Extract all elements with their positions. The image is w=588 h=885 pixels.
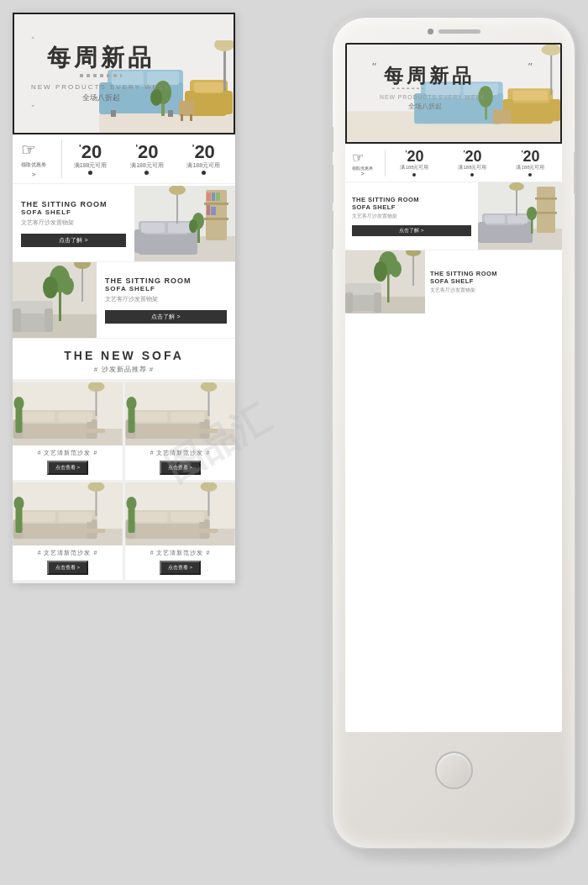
promo-arrow-text: 领取优惠券 — [21, 161, 46, 169]
phone-promo-3[interactable]: '20 满188元可用 — [513, 148, 547, 177]
silent-switch — [332, 127, 333, 152]
grid-btn-3[interactable]: 点击查看 > — [47, 561, 88, 575]
phone-promo-1[interactable]: '20 满188元可用 — [397, 148, 431, 177]
svg-rect-12 — [221, 91, 233, 114]
phone-speaker — [438, 29, 480, 34]
phone-product-btn-1[interactable]: 点击了解 > — [352, 225, 471, 236]
promo-dot-3 — [202, 171, 206, 175]
phone-product-title-1: THE SITTING ROOM — [352, 196, 471, 203]
product-btn-2[interactable]: 点击了解 > — [105, 310, 227, 324]
svg-rect-28 — [212, 192, 215, 201]
phone-num-2: '20 — [458, 149, 486, 164]
phone-hand-icon: ☞ — [352, 150, 373, 166]
svg-rect-139 — [478, 222, 486, 243]
grid-btn-4[interactable]: 点击查看 > — [160, 561, 201, 575]
phone-num-3: '20 — [516, 149, 544, 164]
phone-promo-icon[interactable]: ☞ 领取优惠券 > — [348, 150, 386, 176]
home-button[interactable] — [435, 751, 473, 789]
banner-main-text: 每周新品 — [31, 44, 171, 72]
phone-product-subtitle-2: SOFA SHELF — [430, 277, 557, 285]
promo-desc-2: 满188元可用 — [130, 161, 164, 169]
left-page-mockup: " 每周新品 NEW PRODUCTS EVERY WEEK 全场八折起 " — [13, 13, 235, 583]
phone-product-title-2: THE SITTING ROOM — [430, 270, 557, 277]
svg-rect-30 — [207, 205, 210, 215]
grid-btn-1[interactable]: 点击查看 > — [47, 461, 88, 475]
promo-item-2[interactable]: '20 满188元可用 — [127, 141, 167, 176]
product-title-1: THE SITTING ROOM — [21, 200, 126, 208]
phone-product-subtitle-1: SOFA SHELF — [352, 203, 471, 211]
svg-rect-88 — [59, 512, 92, 522]
svg-rect-61 — [22, 412, 55, 422]
phone-dot-2 — [470, 173, 474, 176]
svg-rect-29 — [216, 192, 220, 201]
phone-promo-2[interactable]: '20 满188元可用 — [455, 148, 489, 177]
product-btn-1[interactable]: 点击了解 > — [21, 234, 126, 247]
promo-item-1[interactable]: '20 满188元可用 — [71, 141, 111, 176]
phone-num-1: '20 — [400, 149, 428, 164]
phone-coupon-label: 领取优惠券 — [352, 166, 373, 171]
svg-rect-141 — [485, 215, 505, 224]
promo-item-3[interactable]: '20 满188元可用 — [183, 141, 223, 176]
promo-desc-1: 满188元可用 — [74, 161, 108, 169]
phone-product-row-2: THE SITTING ROOM SOFA SHELF 文艺客厅沙发置物架 — [345, 250, 562, 313]
hand-icon: ☞ — [21, 140, 46, 160]
phone-product-row-1: THE SITTING ROOM SOFA SHELF 文艺客厅沙发置物架 点击… — [345, 182, 562, 250]
svg-rect-16 — [190, 114, 192, 121]
svg-text:每周新品: 每周新品 — [384, 65, 475, 87]
grid-item-2: # 文艺清新范沙发 # 点击查看 > — [125, 382, 235, 480]
svg-point-47 — [43, 277, 58, 298]
promo-icon-box[interactable]: ☞ 领取优惠券 > — [16, 140, 62, 178]
phone-dot-1 — [412, 173, 416, 176]
phone-shadow — [357, 851, 550, 864]
wave-decoration — [80, 74, 122, 77]
grid-img-1 — [13, 382, 123, 445]
svg-rect-156 — [374, 292, 381, 313]
svg-point-42 — [189, 219, 197, 233]
svg-rect-91 — [30, 529, 106, 533]
phone-product-section: THE SITTING ROOM SOFA SHELF 文艺客厅沙发置物架 点击… — [345, 182, 562, 313]
svg-rect-104 — [143, 529, 218, 533]
svg-rect-62 — [59, 412, 92, 422]
svg-rect-37 — [168, 223, 192, 233]
svg-rect-92 — [16, 508, 23, 533]
phone-top-bar — [333, 18, 575, 39]
new-sofa-section: THE NEW SOFA # 沙发新品推荐 # — [13, 339, 235, 379]
phone-product-info-1: THE SITTING ROOM SOFA SHELF 文艺客厅沙发置物架 点击… — [345, 182, 478, 250]
svg-rect-27 — [207, 192, 211, 201]
grid-item-1: # 文艺清新范沙发 # 点击查看 > — [13, 382, 123, 480]
phone-screen: " 每周新品 " NEW PRODUCTS EVERY WEEK 全场八折起 ☞… — [345, 43, 562, 732]
grid-btn-2[interactable]: 点击查看 > — [160, 461, 201, 475]
svg-rect-101 — [171, 512, 205, 522]
promo-more-arrow: > — [21, 171, 46, 178]
product-title-2: THE SITTING ROOM — [105, 277, 227, 285]
phone-product-desc-1: 文艺客厅沙发置物架 — [352, 213, 471, 220]
svg-rect-136 — [535, 212, 557, 214]
svg-rect-66 — [16, 408, 23, 433]
product-grid: # 文艺清新范沙发 # 点击查看 > — [13, 379, 235, 583]
svg-rect-25 — [204, 203, 228, 205]
quote-right: " — [31, 103, 171, 112]
svg-text:全场八折起: 全场八折起 — [408, 103, 442, 110]
phone-product-img-1 — [478, 182, 562, 250]
svg-point-152 — [390, 261, 402, 277]
product-img-left-2 — [13, 262, 97, 338]
grid-item-3: # 文艺清新范沙发 # 点击查看 > — [13, 482, 123, 580]
svg-rect-100 — [134, 512, 168, 522]
grid-tag-1: # 文艺清新范沙发 # — [13, 445, 123, 459]
svg-rect-36 — [141, 223, 165, 233]
svg-point-18 — [214, 40, 234, 51]
promo-bar: ☞ 领取优惠券 > '20 满188元可用 '20 满188元可用 '20 满1… — [13, 134, 235, 184]
phone-mockup: " 每周新品 " NEW PRODUCTS EVERY WEEK 全场八折起 ☞… — [332, 17, 575, 849]
svg-point-144 — [509, 182, 524, 191]
phone-product-desc-2: 文艺客厅沙发置物架 — [430, 287, 557, 294]
svg-rect-87 — [22, 512, 55, 522]
svg-point-80 — [127, 397, 137, 410]
phone-dot-3 — [528, 173, 532, 176]
product-subtitle-2: SOFA SHELF — [105, 285, 227, 292]
svg-point-151 — [374, 261, 387, 282]
phone-promo-items: '20 满188元可用 '20 满188元可用 '20 满188元可用 — [386, 148, 559, 177]
promo-desc-3: 满188元可用 — [186, 161, 220, 169]
banner-sub-text: NEW PRODUCTS EVERY WEEK — [31, 83, 171, 91]
power-button — [574, 152, 575, 194]
svg-rect-74 — [134, 412, 168, 422]
